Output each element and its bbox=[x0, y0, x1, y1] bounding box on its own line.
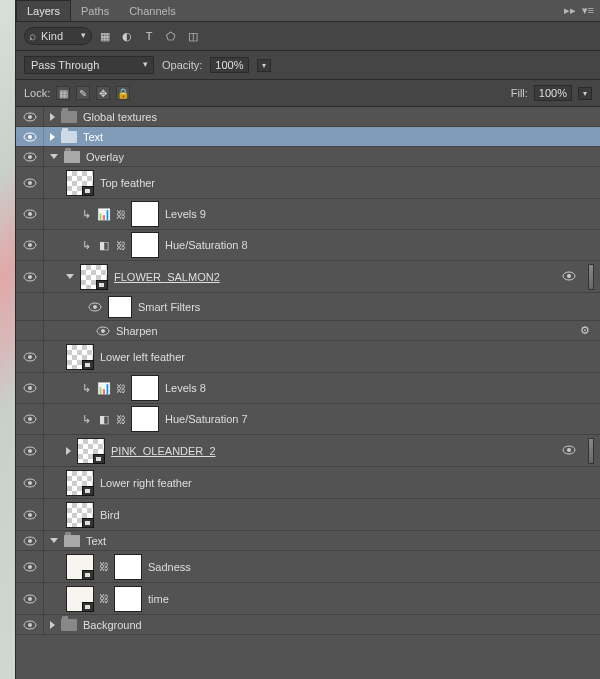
layer-levels-8[interactable]: ↳ 📊 ⛓ Levels 8 bbox=[16, 373, 600, 404]
disclosure-icon[interactable] bbox=[66, 447, 71, 455]
visibility-toggle[interactable] bbox=[23, 562, 37, 572]
filter-adjustment-icon[interactable]: ◐ bbox=[120, 30, 134, 43]
layer-flower-salmon2[interactable]: FLOWER_SALMON2 bbox=[16, 261, 600, 293]
lock-all-icon[interactable]: 🔒 bbox=[116, 86, 130, 100]
layer-lower-right-feather[interactable]: Lower right feather bbox=[16, 467, 600, 499]
disclosure-icon[interactable] bbox=[66, 274, 74, 279]
visibility-toggle[interactable] bbox=[23, 272, 37, 282]
filter-scrub-handle[interactable] bbox=[588, 264, 594, 290]
visibility-toggle[interactable] bbox=[23, 352, 37, 362]
fill-caret-icon[interactable]: ▾ bbox=[578, 87, 592, 100]
layer-mask-thumbnail[interactable] bbox=[131, 201, 159, 227]
layer-thumbnail[interactable] bbox=[66, 586, 94, 612]
layer-thumbnail[interactable] bbox=[66, 470, 94, 496]
layer-name[interactable]: time bbox=[148, 593, 169, 605]
layer-hue-saturation-8[interactable]: ↳ ◧ ⛓ Hue/Saturation 8 bbox=[16, 230, 600, 261]
visibility-toggle[interactable] bbox=[23, 209, 37, 219]
layer-group-global-textures[interactable]: Global textures bbox=[16, 107, 600, 127]
disclosure-icon[interactable] bbox=[50, 154, 58, 159]
layer-name[interactable]: Bird bbox=[100, 509, 120, 521]
link-icon[interactable]: ⛓ bbox=[117, 412, 125, 426]
disclosure-icon[interactable] bbox=[50, 113, 55, 121]
layer-group-text-bottom[interactable]: Text bbox=[16, 531, 600, 551]
fill-input[interactable]: 100% bbox=[534, 85, 572, 101]
filter-smartobject-icon[interactable]: ◫ bbox=[186, 30, 200, 43]
filter-mask-thumbnail[interactable] bbox=[108, 296, 132, 318]
link-icon[interactable]: ⛓ bbox=[117, 207, 125, 221]
link-icon[interactable]: ⛓ bbox=[117, 381, 125, 395]
layer-group-background[interactable]: Background bbox=[16, 615, 600, 635]
visibility-toggle[interactable] bbox=[23, 132, 37, 142]
visibility-toggle[interactable] bbox=[23, 446, 37, 456]
layer-group-text-selected[interactable]: Text bbox=[16, 127, 600, 147]
layer-levels-9[interactable]: ↳ 📊 ⛓ Levels 9 bbox=[16, 199, 600, 230]
filter-visibility-icon[interactable] bbox=[562, 271, 576, 283]
filter-kind-select[interactable]: Kind bbox=[24, 27, 92, 45]
layer-thumbnail[interactable] bbox=[80, 264, 108, 290]
layer-name[interactable]: Hue/Saturation 7 bbox=[165, 413, 248, 425]
layer-thumbnail[interactable] bbox=[66, 344, 94, 370]
layer-name[interactable]: Text bbox=[83, 131, 103, 143]
layer-name[interactable]: PINK_OLEANDER_2 bbox=[111, 445, 216, 457]
layer-sadness[interactable]: ⛓ Sadness bbox=[16, 551, 600, 583]
layer-mask-thumbnail[interactable] bbox=[131, 232, 159, 258]
lock-position-icon[interactable]: ✥ bbox=[96, 86, 110, 100]
visibility-toggle[interactable] bbox=[23, 536, 37, 546]
layer-mask-thumbnail[interactable] bbox=[114, 586, 142, 612]
layer-mask-thumbnail[interactable] bbox=[131, 375, 159, 401]
layer-name[interactable]: Sadness bbox=[148, 561, 191, 573]
filter-pixel-icon[interactable]: ▦ bbox=[98, 30, 112, 43]
disclosure-icon[interactable] bbox=[50, 538, 58, 543]
layer-name[interactable]: Hue/Saturation 8 bbox=[165, 239, 248, 251]
link-icon[interactable]: ⛓ bbox=[100, 592, 108, 606]
layers-list[interactable]: Global textures Text Overlay bbox=[16, 107, 600, 679]
layer-lower-left-feather[interactable]: Lower left feather bbox=[16, 341, 600, 373]
visibility-toggle[interactable] bbox=[23, 152, 37, 162]
layer-pink-oleander-2[interactable]: PINK_OLEANDER_2 bbox=[16, 435, 600, 467]
layer-thumbnail[interactable] bbox=[66, 170, 94, 196]
filter-shape-icon[interactable]: ⬠ bbox=[164, 30, 178, 43]
layer-name[interactable]: Top feather bbox=[100, 177, 155, 189]
layer-name[interactable]: Levels 9 bbox=[165, 208, 206, 220]
visibility-toggle[interactable] bbox=[96, 326, 110, 336]
smart-filter-sharpen[interactable]: Sharpen ⚙ bbox=[16, 321, 600, 341]
opacity-caret-icon[interactable]: ▾ bbox=[257, 59, 271, 72]
visibility-toggle[interactable] bbox=[23, 478, 37, 488]
visibility-toggle[interactable] bbox=[23, 620, 37, 630]
layer-top-feather[interactable]: Top feather bbox=[16, 167, 600, 199]
visibility-toggle[interactable] bbox=[23, 240, 37, 250]
opacity-input[interactable]: 100% bbox=[210, 57, 248, 73]
lock-pixels-icon[interactable]: ✎ bbox=[76, 86, 90, 100]
tab-paths[interactable]: Paths bbox=[71, 1, 119, 21]
visibility-toggle[interactable] bbox=[23, 594, 37, 604]
layer-name[interactable]: Global textures bbox=[83, 111, 157, 123]
layer-thumbnail[interactable] bbox=[77, 438, 105, 464]
disclosure-icon[interactable] bbox=[50, 133, 55, 141]
layer-hue-saturation-7[interactable]: ↳ ◧ ⛓ Hue/Saturation 7 bbox=[16, 404, 600, 435]
layer-bird[interactable]: Bird bbox=[16, 499, 600, 531]
disclosure-icon[interactable] bbox=[50, 621, 55, 629]
link-icon[interactable]: ⛓ bbox=[100, 560, 108, 574]
tab-channels[interactable]: Channels bbox=[119, 1, 185, 21]
layer-thumbnail[interactable] bbox=[66, 554, 94, 580]
visibility-toggle[interactable] bbox=[23, 414, 37, 424]
collapse-icon[interactable]: ▸▸ bbox=[564, 4, 576, 17]
layer-name[interactable]: Text bbox=[86, 535, 106, 547]
layer-name[interactable]: Background bbox=[83, 619, 142, 631]
filter-scrub-handle[interactable] bbox=[588, 438, 594, 464]
layer-group-overlay[interactable]: Overlay bbox=[16, 147, 600, 167]
tab-layers[interactable]: Layers bbox=[16, 0, 71, 21]
smart-filters-header[interactable]: Smart Filters bbox=[16, 293, 600, 321]
visibility-toggle[interactable] bbox=[23, 510, 37, 520]
filter-blending-options-icon[interactable]: ⚙ bbox=[580, 324, 590, 337]
layer-name[interactable]: Overlay bbox=[86, 151, 124, 163]
layer-name[interactable]: Levels 8 bbox=[165, 382, 206, 394]
visibility-toggle[interactable] bbox=[23, 178, 37, 188]
visibility-toggle[interactable] bbox=[23, 383, 37, 393]
visibility-toggle[interactable] bbox=[88, 302, 102, 312]
layer-time[interactable]: ⛓ time bbox=[16, 583, 600, 615]
layer-name[interactable]: Lower left feather bbox=[100, 351, 185, 363]
filter-visibility-icon[interactable] bbox=[562, 445, 576, 457]
visibility-toggle[interactable] bbox=[23, 112, 37, 122]
layer-mask-thumbnail[interactable] bbox=[114, 554, 142, 580]
